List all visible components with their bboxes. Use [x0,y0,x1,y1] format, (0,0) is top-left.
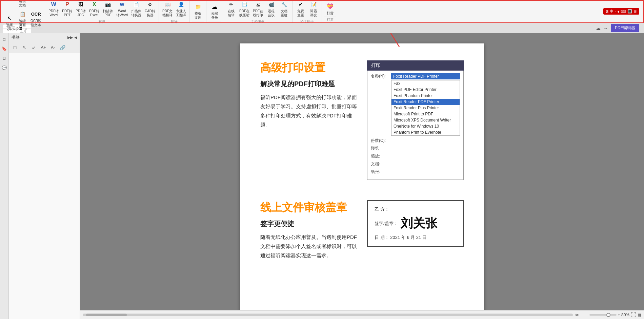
word2pdf-icon: W [117,0,127,9]
template-section-label [192,21,204,22]
sougou-label: S [606,10,608,14]
left-icon-strip: □ 🔖 🗒 💬 [0,33,9,319]
pdf-print-button[interactable]: 🖨 PDF在线打印 [251,0,264,18]
cloud-icon[interactable]: ☁ [596,25,601,31]
cloud-section-label [208,21,221,22]
online-edit-button[interactable]: ✏ 在线编辑 [225,0,237,18]
toolbar-group-reward: 💝 打赏 打赏 [322,0,338,23]
word-check-icon: 📝 [309,0,318,9]
scrollbar-thumb-h [86,314,127,316]
select-tool-button[interactable]: ↖ 选择 [3,13,16,28]
pdf2jpg-button[interactable]: 🖼 PDF转JPG [74,0,87,18]
zoom-minus-icon[interactable]: — [584,313,588,317]
bookmark-tool-6[interactable]: 🔗 [58,43,66,52]
remote-meeting-button[interactable]: 📹 远程会议 [265,0,277,18]
arrow-right-icon[interactable]: → [603,25,608,31]
left-icon-2[interactable]: 🔖 [1,45,8,52]
zoom-slider-track[interactable] [589,314,617,316]
left-icon-4[interactable]: 💬 [1,64,8,71]
ocr-button[interactable]: OCR OCR识别文本 [29,9,43,28]
sig-name: 刘关张 [401,215,437,232]
remote-meeting-icon: 📹 [266,0,276,9]
left-icon-3[interactable]: 🗒 [1,55,8,62]
free-check-button[interactable]: ✔ 免费查重 [295,0,307,18]
print-name-row: 名称(N): Foxit Reader PDF Printer Fax Foxi… [371,73,460,136]
printer-ms-pdf[interactable]: Microsoft Print to PDF [391,111,460,117]
print-name-label: 名称(N): [371,73,391,79]
print-name-selected[interactable]: Foxit Reader PDF Printer [391,73,460,79]
ocr-icon: OCR [31,10,41,19]
bookmark-tool-5[interactable]: A- [49,43,57,52]
doc-repair-button[interactable]: 🔧 文档重建 [278,0,290,18]
sidebar-expand-icon[interactable]: ▶▶ [67,35,73,40]
zoom-slider-thumb[interactable] [606,313,610,317]
pdf2word-button[interactable]: W PDF转Word [47,0,60,18]
pdf-editor-label: PDF编辑器 [615,25,635,30]
select-icon: ↖ [5,14,14,23]
pdf-compress-button[interactable]: 📑 PDF在线压缩 [238,0,251,18]
toolbar-group-convert: W PDF转Word P PDF转PPT 🖼 PDF转JPG X PDF转Exc… [45,0,159,23]
scroll-arrows[interactable]: ≫ [575,313,579,317]
printer-foxit-phantom[interactable]: Foxit Phantom Printer [391,93,460,99]
horizontal-scrollbar[interactable] [83,314,573,316]
fullscreen-icon[interactable]: ⛶ [631,312,636,318]
printer-phantom-evernote[interactable]: Phantom Print to Evernote [391,129,460,135]
bookmark-tool-4[interactable]: A+ [39,43,47,52]
pdf2ppt-button[interactable]: P PDF转PPT [61,0,74,18]
edit-page-label: 编辑页面 [19,19,26,27]
bookmark-tool-1[interactable]: □ [11,43,19,52]
person-translate-button[interactable]: 👤 专业人工翻译 [175,0,187,18]
sougou-chinese-label: 中 [610,9,613,14]
pdf2ppt-label: PDF转PPT [62,9,72,17]
word2pdf-button[interactable]: W Word转Word [115,0,129,18]
printer-foxit-reader[interactable]: Foxit Reader PDF Printer [391,99,460,105]
bookmark-tool-3[interactable]: ↙ [30,43,38,52]
bookmark-tool-2[interactable]: ↖ [20,43,28,52]
sougou-bar[interactable]: S 中 · ♦ ⌨ 🔳 ⊞ [603,8,639,15]
print-scale-label: 缩放: [371,153,391,159]
printer-foxit-plus[interactable]: Foxit Reader Plus Printer [391,105,460,111]
printer-foxit-editor[interactable]: Foxit PDF Editor Printer [391,87,460,93]
cloud-backup-button[interactable]: ☁ 云端备份 [208,1,221,20]
printer-ms-xps[interactable]: Microsoft XPS Document Writer [391,117,460,123]
sidebar-title: 书签 [12,35,20,40]
pdf-compress-icon: 📑 [240,0,249,9]
pdf2excel-button[interactable]: X PDF转Excel [88,0,101,18]
sig-sign-row: 签字/盖章： 刘关张 [375,215,456,232]
grid-icon[interactable]: ▦ [638,313,641,317]
toolbar-group-cloud: ☁ 云端备份 [206,0,223,23]
left-icon-1[interactable]: □ [1,36,8,43]
reward-section-label: 打赏 [324,17,336,22]
print-preview-label: 预览 [371,146,391,151]
template-button[interactable]: 📁 模板文库 [192,1,204,20]
pdf-translate-button[interactable]: 📖 PDF文档翻译 [161,0,174,18]
svg-line-1 [382,33,399,47]
scan2pdf-button[interactable]: 📷 扫描转PDF [101,0,114,18]
printer-fax[interactable]: Fax [391,80,460,87]
reward-button[interactable]: 💝 打赏 [324,1,336,16]
sidebar: 书签 ▶▶ ◀ □ ↖ ↙ A+ A- 🔗 [9,33,80,319]
pdf-translate-label: PDF文档翻译 [162,9,173,17]
section2-text: 线上文件审核盖章 签字更便捷 随着无纸化办公应用普及。当遇到使用PDF文档中需要… [260,200,360,267]
scan-part-button[interactable]: 📄 扫描件转换器 [130,0,143,18]
word-check-button[interactable]: 📝 词霸调变 [307,0,320,18]
toolbar-group-paper: ✔ 免费查重 📝 词霸调变 论文助手 [293,0,322,23]
edit-doc-label: 编辑文档 [19,0,26,7]
zoom-percent: + 80% [618,313,629,317]
sougou-mic-icon: ♦ [617,10,619,14]
edit-doc-button[interactable]: 📄 编辑文档 [16,0,28,8]
sidebar-tools: □ ↖ ↙ A+ A- 🔗 [9,42,80,53]
section1: 高级打印设置 解决常见的PDF打印难题 福昕PDF阅读器拥有强大的打印功能，界面… [260,60,464,180]
cloud-backup-icon: ☁ [210,2,219,12]
translate-section-label: 翻译 [161,19,187,24]
edit-page-button[interactable]: 📋 编辑页面 [16,9,28,28]
zoom-controls: — + 80% ⛶ ▦ [584,312,641,318]
sig-date-label: 日 期： [375,235,389,240]
tools-section-label: 工具 [3,29,43,34]
print-dialog-header: 打印 [367,60,464,71]
sidebar-collapse-icon[interactable]: ◀ [74,35,77,40]
cad2pdf-button[interactable]: ⚙ CAD转换器 [143,0,157,18]
print-dialog: 打印 名称(N): Foxit Reader PDF Printer Fax F… [367,60,464,180]
printer-onenote[interactable]: OneNote for Windows 10 [391,123,460,129]
pdf-editor-button[interactable]: PDF编辑器 [611,24,639,32]
